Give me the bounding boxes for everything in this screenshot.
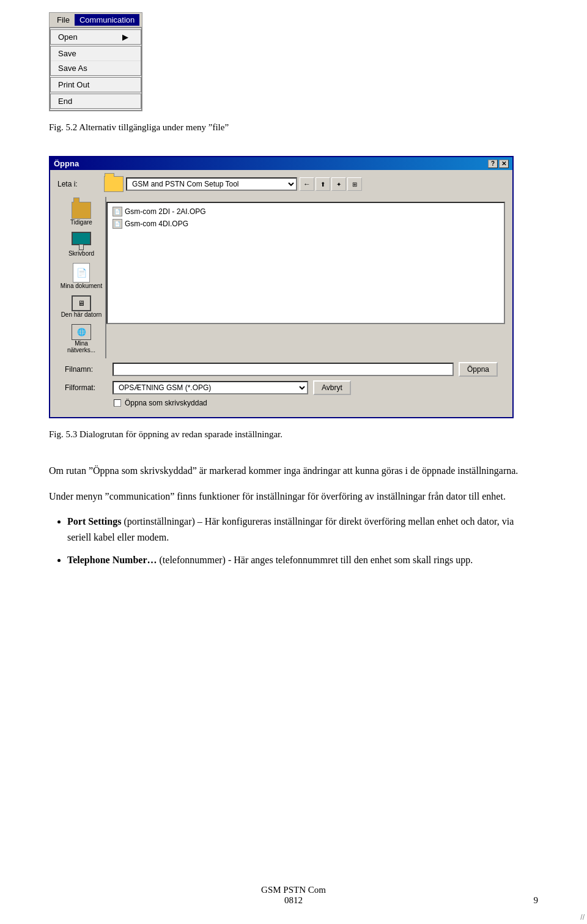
cancel-button[interactable]: Avbryt	[313, 380, 351, 395]
network-icon: 🌐	[72, 324, 91, 340]
documents-icon: 📄	[73, 263, 90, 283]
file-item-0[interactable]: 📄 Gsm-com 2DI - 2AI.OPG	[110, 205, 501, 218]
file-name-0: Gsm-com 2DI - 2AI.OPG	[125, 207, 206, 216]
menu-screenshot: File Communication Open ▶ Save Save As	[49, 12, 142, 111]
sidebar-label-network: Mina nätverks...	[60, 340, 103, 353]
computer-icon: 🖥	[72, 295, 91, 311]
dialog-close-button[interactable]: ✕	[499, 160, 509, 168]
filename-row: Filnamn: Öppna	[65, 362, 498, 377]
fig2-caption: Fig. 5.3 Dialogrutan för öppning av reda…	[49, 429, 538, 440]
menu-group-open: Open ▶	[50, 29, 141, 45]
up-folder-button[interactable]: ⬆	[316, 177, 330, 191]
footer-product: GSM PSTN Com	[261, 885, 326, 895]
submenu-arrow-icon: ▶	[122, 32, 128, 42]
nav-buttons: ← ⬆ ✦ ⊞	[300, 177, 362, 191]
new-folder-button[interactable]: ✦	[331, 177, 346, 191]
sidebar-item-earlier[interactable]: Tidigare	[59, 199, 104, 228]
bullet-item-1: Telephone Number… (telefonnummer) - Här …	[67, 552, 538, 568]
dialog-title: Öppna	[54, 159, 79, 168]
menu-group-save: Save Save As	[50, 46, 141, 76]
sidebar-item-computer[interactable]: 🖥 Den här datorn	[59, 293, 104, 320]
menu-group-print: Print Out	[50, 77, 141, 92]
bullet-text-1: (telefonnummer) - Här anges telefonnummr…	[160, 555, 473, 565]
sidebar-label-desktop: Skrivbord	[68, 250, 94, 257]
dialog-main-area: Tidigare Skrivbord 📄 Mina dokument	[57, 197, 505, 358]
sidebar-label-earlier: Tidigare	[70, 219, 92, 226]
resize-handle[interactable]: //	[580, 913, 585, 922]
folder-label: Leta i:	[57, 180, 100, 188]
open-button[interactable]: Öppna	[459, 362, 498, 377]
menu-communication[interactable]: Communication	[75, 14, 139, 26]
folder-controls: GSM and PSTN Com Setup Tool ← ⬆ ✦ ⊞	[104, 176, 362, 192]
sidebar-item-network[interactable]: 🌐 Mina nätverks...	[59, 322, 104, 356]
sidebar-label-documents: Mina dokument	[61, 283, 102, 289]
filename-label: Filnamn:	[65, 365, 108, 374]
menu-file[interactable]: File	[52, 14, 75, 26]
back-button[interactable]: ←	[300, 177, 314, 191]
file-icon-1: 📄	[113, 219, 122, 229]
bullet-item-0: Port Settings (portinställningar) – Här …	[67, 514, 538, 545]
dialog-titlebar: Öppna ? ✕	[50, 157, 512, 170]
body-para1: Om rutan ”Öppna som skrivskyddad” är mar…	[49, 463, 538, 479]
dialog-bottom: Filnamn: Öppna Filformat: OPSÆTNING GSM …	[57, 358, 505, 411]
readonly-checkbox[interactable]	[114, 399, 121, 407]
file-list: 📄 Gsm-com 2DI - 2AI.OPG 📄 Gsm-com 4DI.OP…	[106, 202, 505, 324]
dialog-title-buttons: ? ✕	[488, 160, 509, 168]
dialog-screenshot: Öppna ? ✕ Leta i: GSM and PSTN Com Setup…	[49, 156, 514, 418]
folder-row: Leta i: GSM and PSTN Com Setup Tool ← ⬆ …	[57, 176, 505, 192]
body-para2: Under menyn ”communication” finns funkti…	[49, 489, 538, 505]
file-item-1[interactable]: 📄 Gsm-com 4DI.OPG	[110, 218, 501, 230]
menu-item-save[interactable]: Save	[51, 46, 141, 61]
view-button[interactable]: ⊞	[347, 177, 362, 191]
sidebar-label-computer: Den här datorn	[61, 311, 102, 318]
earlier-icon	[72, 202, 91, 219]
fileformat-dropdown[interactable]: OPSÆTNING GSM (*.OPG)	[113, 381, 308, 394]
desktop-icon	[72, 232, 91, 245]
dialog-sidebar: Tidigare Skrivbord 📄 Mina dokument	[57, 197, 106, 358]
menu-item-end[interactable]: End	[51, 94, 141, 108]
filename-input[interactable]	[113, 363, 454, 376]
menu-dropdown: Open ▶ Save Save As Print Out End	[50, 28, 142, 111]
readonly-label: Öppna som skrivskyddad	[125, 399, 207, 407]
menu-item-printout[interactable]: Print Out	[51, 78, 141, 92]
folder-icon	[104, 176, 124, 192]
fileformat-label: Filformat:	[65, 383, 108, 392]
menu-bar: File Communication	[50, 13, 142, 28]
menu-item-saveas[interactable]: Save As	[51, 61, 141, 75]
folder-dropdown[interactable]: GSM and PSTN Com Setup Tool	[126, 177, 297, 191]
dialog-help-button[interactable]: ?	[488, 160, 498, 168]
file-icon-0: 📄	[113, 207, 122, 216]
checkbox-row: Öppna som skrivskyddad	[114, 399, 498, 407]
fileformat-row: Filformat: OPSÆTNING GSM (*.OPG) Avbryt	[65, 380, 498, 395]
file-list-container: 📄 Gsm-com 2DI - 2AI.OPG 📄 Gsm-com 4DI.OP…	[106, 197, 505, 358]
sidebar-item-documents[interactable]: 📄 Mina dokument	[59, 261, 104, 292]
sidebar-item-desktop[interactable]: Skrivbord	[59, 229, 104, 259]
dialog-body: Leta i: GSM and PSTN Com Setup Tool ← ⬆ …	[50, 170, 512, 417]
menu-item-open[interactable]: Open ▶	[51, 30, 141, 44]
bullet-bold-1: Telephone Number…	[67, 555, 157, 565]
bullet-list: Port Settings (portinställningar) – Här …	[67, 514, 538, 568]
footer-page: 9	[534, 895, 539, 906]
bullet-bold-0: Port Settings	[67, 516, 121, 527]
page-footer: GSM PSTN Com 9 0812	[0, 885, 587, 906]
bullet-text-0: (portinställningar) – Här konfigureras i…	[67, 516, 514, 542]
fig1-caption: Fig. 5.2 Alternativ tillgängliga under m…	[49, 122, 538, 133]
file-name-1: Gsm-com 4DI.OPG	[125, 220, 188, 228]
menu-group-end: End	[50, 94, 141, 109]
footer-model: 0812	[284, 895, 303, 905]
